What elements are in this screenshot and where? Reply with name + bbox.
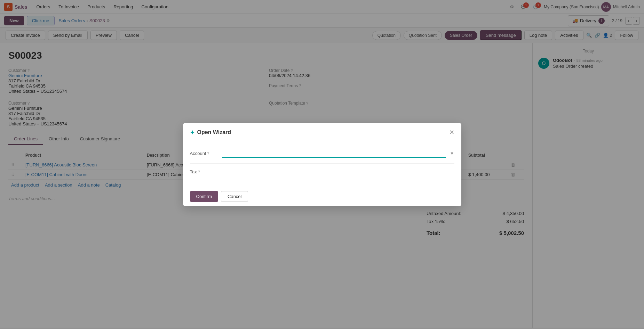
- wizard-icon: ✦: [190, 129, 194, 136]
- tax-label: Tax ?: [190, 169, 218, 174]
- account-help-icon[interactable]: ?: [207, 151, 209, 156]
- modal-close-button[interactable]: ✕: [449, 129, 454, 136]
- confirm-button[interactable]: Confirm: [190, 191, 218, 202]
- tax-field-row: Tax ?: [190, 169, 454, 174]
- modal-cancel-button[interactable]: Cancel: [221, 191, 248, 202]
- account-input[interactable]: [222, 149, 446, 158]
- modal-overlay[interactable]: ✦ Open Wizard ✕ Account ? ▼ Tax ?: [0, 0, 644, 328]
- modal-title: ✦ Open Wizard: [190, 129, 231, 136]
- modal-divider: [190, 163, 454, 164]
- account-dropdown-icon[interactable]: ▼: [450, 151, 454, 156]
- modal-header: ✦ Open Wizard ✕: [183, 123, 461, 142]
- modal-footer: Confirm Cancel: [183, 187, 461, 206]
- tax-help-icon[interactable]: ?: [198, 170, 200, 174]
- modal-body: Account ? ▼ Tax ?: [183, 142, 461, 187]
- account-field-row: Account ? ▼: [190, 149, 454, 158]
- account-label: Account ?: [190, 151, 218, 156]
- open-wizard-modal: ✦ Open Wizard ✕ Account ? ▼ Tax ?: [183, 123, 461, 206]
